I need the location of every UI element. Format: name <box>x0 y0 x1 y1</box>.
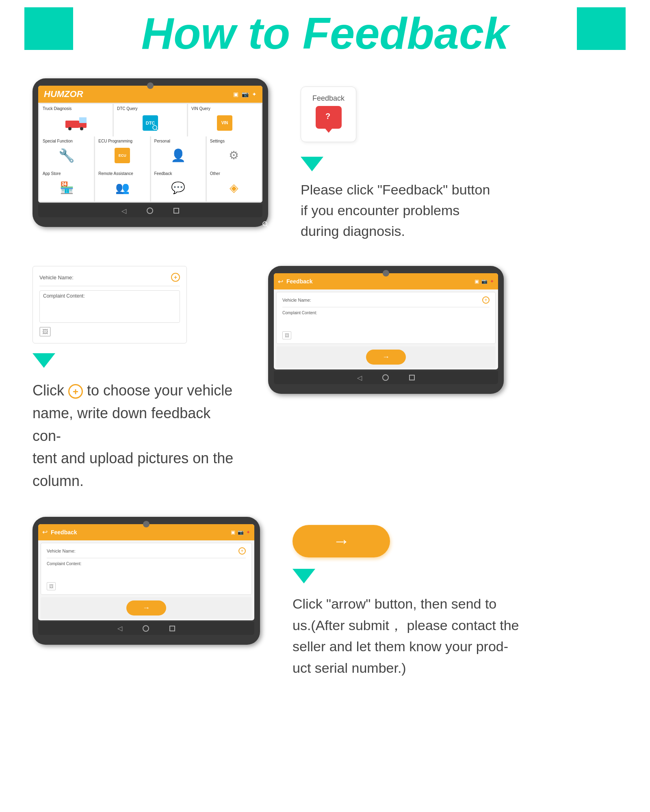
app-grid-row1: Truck Diagnosis DTC Query <box>38 103 262 136</box>
app-cell-truck[interactable]: Truck Diagnosis <box>39 104 113 136</box>
personal-icon-area: 👤 <box>154 145 202 166</box>
header-bar-left <box>24 7 73 50</box>
other-icon: ◈ <box>230 181 238 194</box>
bt-icon-3: ✦ <box>246 529 250 535</box>
feedback-red-icon: ? <box>316 106 342 129</box>
back-arrow-icon-2[interactable]: ↩ <box>278 278 283 285</box>
nav-home-icon-2[interactable] <box>382 374 389 381</box>
app-label-feedback: Feedback <box>154 171 172 176</box>
app-label-truck: Truck Diagnosis <box>43 106 72 111</box>
nav-square-icon-3[interactable] <box>169 626 175 631</box>
app-cell-special[interactable]: Special Function 🔧 <box>39 136 94 169</box>
ecu-icon: ECU <box>115 148 130 163</box>
submit-arrow-3: → <box>143 604 150 612</box>
section1-right-panel: Feedback ? Please click "Feedback" butto… <box>301 78 618 242</box>
feedback-app-icon: 💬 <box>171 181 185 194</box>
app-cell-personal[interactable]: Personal 👤 <box>151 136 206 169</box>
app-cell-remote[interactable]: Remote Assistance 👥 <box>95 169 150 201</box>
tablet-navbar-3: ◁ <box>38 622 254 635</box>
store-icon: 🏪 <box>60 181 74 194</box>
app-label-settings: Settings <box>210 139 225 143</box>
feedback-title-3: Feedback <box>51 529 228 536</box>
arrow-button-large[interactable]: → <box>292 525 390 557</box>
cam-icon-2: ▣ <box>474 279 479 284</box>
nav-home-icon-3[interactable] <box>143 625 149 632</box>
app-label-special: Special Function <box>43 139 73 143</box>
other-icon-area: ◈ <box>210 177 258 198</box>
svg-rect-4 <box>79 117 87 123</box>
tablet-navbar-1: ◁ <box>38 204 262 217</box>
fb-plus-icon-2[interactable]: + <box>482 296 490 304</box>
arrow-btn-icon: → <box>333 531 350 551</box>
dtc-icon: DTC <box>143 115 158 131</box>
fb-upload-icon-2[interactable]: 🖼 <box>282 331 291 339</box>
tablet-screen-2: ↩ Feedback ▣ 📷 ✦ Vehicle Name: + Co <box>274 273 498 369</box>
gear-icon: ⚙ <box>229 149 239 162</box>
tablet-outer-3: ↩ Feedback ▣ 📷 ✦ Vehicle Name: + Complai… <box>32 517 260 645</box>
nav-back-icon-2[interactable]: ◁ <box>357 374 362 382</box>
form-vehicle-row: Vehicle Name: + <box>39 273 180 286</box>
fb-complaint-block-2: Complaint Content: <box>282 311 490 315</box>
nav-square-icon-2[interactable] <box>409 375 415 380</box>
cast-icon: 📷 <box>242 91 249 97</box>
svg-text:?: ? <box>325 112 330 121</box>
fb-submit-btn-2[interactable]: → <box>366 350 406 365</box>
feedback-form-area-3: Vehicle Name: + Complaint Content: 🖼 <box>41 543 252 595</box>
feedback-topbar-icons-3: ▣ 📷 ✦ <box>231 529 250 535</box>
feedback-form-area-2: Vehicle Name: + Complaint Content: 🖼 <box>276 292 496 344</box>
appstore-icon-area: 🏪 <box>43 177 91 198</box>
upload-icon[interactable]: 🖼 <box>39 327 51 337</box>
svg-point-5 <box>153 125 157 130</box>
app-topbar: HUMZOR ▣ 📷 ✦ <box>38 86 262 103</box>
video-icon: ▣ <box>233 91 238 97</box>
nav-back-icon-3[interactable]: ◁ <box>117 624 122 632</box>
cast-icon-3: 📷 <box>238 529 244 535</box>
app-cell-ecu[interactable]: ECU Programming ECU <box>95 136 150 169</box>
section-2: Vehicle Name: + Complaint Content: 🖼 Cli… <box>0 266 650 492</box>
plus-inline-icon: + <box>68 384 83 399</box>
fb-complaint-block-3: Complaint Content: <box>47 561 246 566</box>
app-cell-other[interactable]: Other ◈ <box>207 169 261 201</box>
feedback-title-2: Feedback <box>286 278 471 285</box>
section2-right-panel: ↩ Feedback ▣ 📷 ✦ Vehicle Name: + Co <box>268 266 618 394</box>
special-icon-area: 🔧 <box>43 145 91 166</box>
feedback-icon-container: ? <box>316 106 342 134</box>
app-grid-row3: App Store 🏪 Remote Assistance 👥 Feedback <box>38 169 262 203</box>
nav-home-icon[interactable] <box>147 207 153 214</box>
arrow-down-2 <box>32 353 55 368</box>
svg-point-3 <box>80 127 83 130</box>
tablet-device-1: HUMZOR ▣ 📷 ✦ Truck Diagnosis <box>32 78 268 227</box>
section3-right-panel: → Click "arrow" button, then send to us.… <box>292 517 618 679</box>
tablet-screen-1: HUMZOR ▣ 📷 ✦ Truck Diagnosis <box>38 86 262 203</box>
svg-marker-11 <box>323 122 327 125</box>
nav-square-icon[interactable] <box>173 208 179 214</box>
fb-complaint-label-3: Complaint Content: <box>47 561 246 566</box>
fb-upload-icon-3[interactable]: 🖼 <box>47 582 56 590</box>
feedback-topbar-icons-2: ▣ 📷 ✦ <box>474 279 494 284</box>
page-title: How to Feedback <box>141 7 509 59</box>
truck-icon-area <box>43 112 109 133</box>
nav-back-icon[interactable]: ◁ <box>121 207 126 215</box>
click-instruction: Click + to choose your vehicle name, wri… <box>32 379 236 492</box>
app-cell-appstore[interactable]: App Store 🏪 <box>39 169 94 201</box>
arrow-body-2 <box>32 353 55 368</box>
fb-submit-btn-3[interactable]: → <box>126 600 166 615</box>
arrow-body-1 <box>301 157 323 171</box>
app-label-personal: Personal <box>154 139 170 143</box>
section-3: ↩ Feedback ▣ 📷 ✦ Vehicle Name: + Complai… <box>0 517 650 679</box>
app-cell-vin[interactable]: VIN Query VIN <box>188 104 261 136</box>
app-cell-dtc[interactable]: DTC Query DTC <box>114 104 187 136</box>
app-cell-settings[interactable]: Settings ⚙ <box>207 136 261 169</box>
fb-vehicle-label-2: Vehicle Name: <box>282 298 482 302</box>
fb-plus-icon-3[interactable]: + <box>238 547 246 555</box>
bluetooth-icon: ✦ <box>252 91 257 97</box>
dtc-icon-area: DTC <box>117 112 184 133</box>
fb-submit-row-3: → <box>41 597 252 619</box>
plus-circle-icon[interactable]: + <box>171 273 180 282</box>
app-grid-row2: Special Function 🔧 ECU Programming ECU P… <box>38 136 262 169</box>
app-label-remote: Remote Assistance <box>98 171 133 176</box>
app-cell-feedback[interactable]: Feedback 💬 <box>151 169 206 201</box>
svg-point-2 <box>68 127 72 130</box>
back-arrow-icon-3[interactable]: ↩ <box>42 528 48 536</box>
app-label-ecu: ECU Programming <box>98 139 132 143</box>
